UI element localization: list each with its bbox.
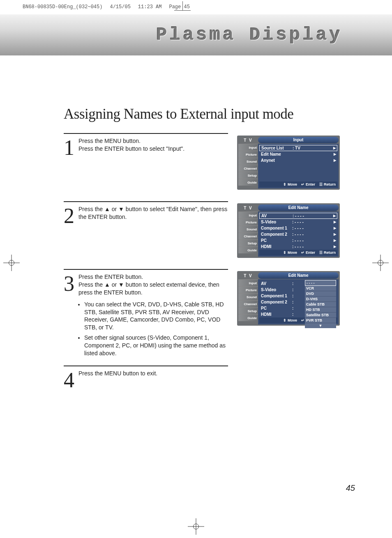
registration-mark-icon [372, 255, 389, 271]
doc-time: 11:23 AM [138, 4, 162, 10]
osd-2-title: Edit Name [258, 205, 339, 211]
divider [64, 269, 228, 270]
osd-hint-move: Move [283, 182, 297, 186]
osd-sidebar: Input Picture Sound Channel Setup Guide [238, 212, 258, 257]
chevron-right-icon: ▶ [333, 219, 337, 225]
step-3-line1: Press the ENTER button. [78, 273, 228, 281]
osd-sidebar: Input Picture Sound Channel Setup Guide [238, 144, 258, 189]
chevron-right-icon: ▶ [333, 237, 337, 244]
sidebar-channel: Channel [238, 165, 258, 172]
sidebar-picture: Picture [238, 151, 258, 158]
step-4-line1: Press the MENU button to exit. [78, 370, 228, 377]
page-number: 45 [346, 483, 355, 493]
dropdown-item: Satellite STB [305, 313, 336, 318]
step-2: 2 Press the ▲ or ▼ button to select "Edi… [64, 201, 228, 221]
step-3-bullet2: Set other signal sources (S-Video, Compo… [84, 334, 228, 357]
chevron-right-icon: ▶ [333, 145, 337, 151]
step-4: 4 Press the MENU button to exit. [64, 366, 228, 377]
divider [64, 201, 228, 202]
dropdown-item: VCR [305, 286, 336, 291]
doc-id: BN68-00835D-00Eng_(032~045) [23, 4, 102, 10]
step-1-line1: Press the MENU button. [78, 137, 228, 145]
print-meta: BN68-00835D-00Eng_(032~045) 4/15/05 11:2… [23, 4, 190, 10]
step-3-number: 3 [64, 273, 74, 294]
page-title: Assigning Names to External input mode [64, 106, 293, 122]
registration-mark-icon [188, 518, 204, 535]
osd-panel-3: T V Edit Name Input Picture Sound Channe… [237, 271, 340, 326]
header-title: Plasma Display [156, 25, 343, 45]
osd-row-source-list: Source List : TV ▶ [259, 145, 337, 151]
step-2-line1: Press the ▲ or ▼ button to select "Edit … [78, 205, 228, 221]
step-2-number: 2 [64, 205, 74, 227]
osd-row: Component 2: - - - -▶ [259, 231, 337, 237]
osd-row-edit-name: Edit Name ▶ [259, 151, 337, 157]
osd-3-title: Edit Name [258, 272, 339, 279]
osd-tv-label: T V [238, 272, 258, 279]
divider [64, 133, 228, 134]
chevron-right-icon: ▶ [333, 157, 337, 163]
step-3-line2: Press the ▲ or ▼ button to select extern… [78, 281, 228, 297]
device-dropdown: - - - - VCR DVD D-VHS Cable STB HD STB S… [305, 280, 336, 328]
chevron-right-icon: ▶ [333, 213, 337, 219]
osd-tv-label: T V [238, 205, 258, 212]
chevron-right-icon: ▶ [333, 244, 337, 250]
step-3: 3 Press the ENTER button. Press the ▲ or… [64, 269, 228, 360]
osd-sidebar: Input Picture Sound Channel Setup Guide [238, 279, 258, 324]
sidebar-guide: Guide [238, 179, 258, 186]
doc-date: 4/15/05 [110, 4, 130, 10]
dropdown-item: - - - - [305, 280, 336, 286]
osd-row: PC: - - - -▶ [259, 237, 337, 244]
osd-hint-enter: Enter [301, 182, 315, 186]
step-1-line2: Press the ENTER button to select "Input"… [78, 145, 228, 153]
sidebar-setup: Setup [238, 172, 258, 179]
osd-row-anynet: Anynet ▶ [259, 157, 337, 163]
osd-tv-label: T V [238, 137, 258, 144]
osd-panel-1: T V Input Input Picture Sound Channel Se… [237, 136, 340, 190]
osd-row: AV: - - - -▶ [259, 213, 337, 219]
dropdown-item: Cable STB [305, 302, 336, 307]
osd-panel-2: T V Edit Name Input Picture Sound Channe… [237, 203, 340, 258]
crop-mark-icon [177, 1, 189, 14]
header-band: Plasma Display [0, 14, 392, 55]
step-1: 1 Press the MENU button. Press the ENTER… [64, 133, 228, 153]
registration-mark-icon [3, 255, 20, 271]
osd-row: Component 1: - - - -▶ [259, 225, 337, 231]
step-3-bullet1: You can select the VCR, DVD, D-VHS, Cabl… [84, 301, 228, 332]
osd-hint-return: Return [319, 182, 336, 186]
osd-row: S-Video: - - - -▶ [259, 219, 337, 225]
divider [64, 366, 228, 366]
chevron-right-icon: ▶ [333, 151, 337, 157]
osd-footer: Move Enter Return [259, 182, 337, 187]
step-4-number: 4 [64, 370, 74, 391]
dropdown-item: D-VHS [305, 297, 336, 302]
dropdown-item: HD STB [305, 307, 336, 313]
step-1-number: 1 [64, 137, 74, 159]
sidebar-input: Input [238, 144, 258, 151]
osd-1-title: Input [258, 137, 339, 143]
chevron-down-icon: ▼ [305, 323, 336, 328]
dropdown-item: DVD [305, 291, 336, 297]
dropdown-item: PVR STB [305, 318, 336, 323]
osd-footer: Move Enter Return [259, 250, 337, 255]
chevron-right-icon: ▶ [333, 231, 337, 237]
sidebar-sound: Sound [238, 158, 258, 165]
osd-row: HDMI: - - - -▶ [259, 244, 337, 250]
chevron-right-icon: ▶ [333, 225, 337, 231]
